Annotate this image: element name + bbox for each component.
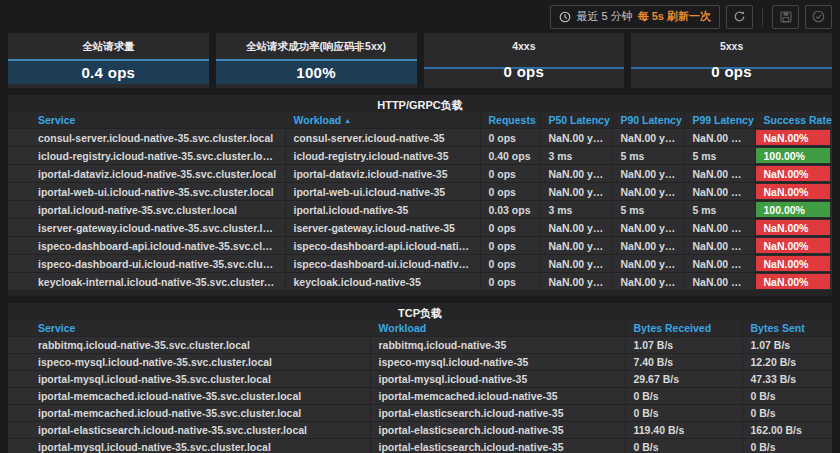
stat-sparkline: 0 ops — [631, 59, 832, 84]
http-table-row: icloud-registry.icloud-native-35.svc.clu… — [8, 147, 832, 165]
stat-sparkline: 100% — [216, 59, 417, 84]
workload-cell: ispeco-dashboard-api.icloud-native-35 — [285, 237, 480, 255]
requests-cell: 0.03 ops — [480, 201, 540, 219]
p99-latency-cell: NaN.00 year — [684, 129, 755, 147]
service-cell: rabbitmq.icloud-native-35.svc.cluster.lo… — [8, 337, 370, 354]
success-rate-badge: NaN.00% — [756, 184, 831, 199]
bytes-sent-cell: 47.33 B/s — [742, 371, 832, 388]
requests-cell: 0 ops — [480, 219, 540, 237]
workload-cell: iportal.icloud-native-35 — [285, 201, 480, 219]
success-rate-badge: NaN.00% — [756, 256, 831, 271]
p99-latency-cell: NaN.00 year — [684, 273, 755, 291]
p99-latency-cell: NaN.00 year — [684, 219, 755, 237]
p50-latency-cell: NaN.00 year — [540, 219, 612, 237]
http-col-requests[interactable]: Requests — [480, 112, 540, 129]
stat-value: 0 ops — [711, 63, 752, 80]
success-rate-badge: NaN.00% — [756, 166, 831, 181]
stat-sparkline: 0 ops — [424, 59, 625, 84]
tcp-table-row: iportal-elasticsearch.icloud-native-35.s… — [8, 422, 832, 439]
refresh-interval-label: 每 5s 刷新一次 — [638, 9, 711, 24]
tcp-table-header-row: Service Workload Bytes Received Bytes Se… — [8, 320, 832, 337]
http-col-p99[interactable]: P99 Latency — [684, 112, 755, 129]
http-col-service[interactable]: Service — [8, 112, 285, 129]
requests-cell: 0 ops — [480, 165, 540, 183]
save-icon — [780, 11, 792, 23]
stat-value: 100% — [296, 64, 336, 81]
bytes-received-cell: 119.40 B/s — [625, 422, 742, 439]
p99-latency-cell: NaN.00 year — [684, 183, 755, 201]
stat-title: 全站请求成功率(响应码非5xx) — [216, 40, 417, 54]
service-cell: iportal-mysql.icloud-native-35.svc.clust… — [8, 371, 370, 388]
refresh-button[interactable] — [726, 5, 753, 29]
success-rate-cell: NaN.00% — [755, 129, 832, 147]
bytes-sent-cell: 0 B/s — [742, 405, 832, 422]
workload-cell: iportal-elasticsearch.icloud-native-35 — [370, 405, 625, 422]
workload-cell: iportal-dataviz.icloud-native-35 — [285, 165, 480, 183]
bytes-sent-cell: 0 B/s — [742, 388, 832, 405]
service-cell: consul-server.icloud-native-35.svc.clust… — [8, 129, 285, 147]
bytes-received-cell: 1.07 B/s — [625, 337, 742, 354]
http-table-row: iportal-dataviz.icloud-native-35.svc.clu… — [8, 165, 832, 183]
success-rate-badge: NaN.00% — [756, 238, 831, 253]
p50-latency-cell: 3 ms — [540, 201, 612, 219]
success-rate-badge: 100.00% — [756, 148, 831, 163]
tcp-col-bytes-received[interactable]: Bytes Received — [625, 320, 742, 337]
p90-latency-cell: NaN.00 year — [612, 255, 684, 273]
p99-latency-cell: 5 ms — [684, 201, 755, 219]
service-cell: iportal-mysql.icloud-native-35.svc.clust… — [8, 439, 370, 453]
tcp-table-body: rabbitmq.icloud-native-35.svc.cluster.lo… — [8, 337, 832, 453]
http-col-p90[interactable]: P90 Latency — [612, 112, 684, 129]
p50-latency-cell: 3 ms — [540, 147, 612, 165]
workload-cell: rabbitmq.icloud-native-35 — [370, 337, 625, 354]
service-cell: ispeco-dashboard-api.icloud-native-35.sv… — [8, 237, 285, 255]
bytes-sent-cell: 162.00 B/s — [742, 422, 832, 439]
success-rate-cell: NaN.00% — [755, 255, 832, 273]
save-dashboard-button[interactable] — [772, 5, 799, 29]
tcp-table-title: TCP负载 — [8, 303, 832, 320]
p50-latency-cell: NaN.00 year — [540, 129, 612, 147]
p99-latency-cell: 5 ms — [684, 147, 755, 165]
tcp-col-service[interactable]: Service — [8, 320, 370, 337]
tcp-table: Service Workload Bytes Received Bytes Se… — [8, 320, 832, 453]
service-cell: iportal-dataviz.icloud-native-35.svc.clu… — [8, 165, 285, 183]
success-rate-cell: NaN.00% — [755, 219, 832, 237]
service-cell: ispeco-mysql.icloud-native-35.svc.cluste… — [8, 354, 370, 371]
p50-latency-cell: NaN.00 year — [540, 165, 612, 183]
bytes-received-cell: 0 B/s — [625, 439, 742, 453]
tcp-table-card: TCP负载 Service Workload Bytes Received By… — [8, 303, 832, 453]
stat-title: 全站请求量 — [8, 40, 209, 54]
workload-cell: icloud-registry.icloud-native-35 — [285, 147, 480, 165]
http-col-workload[interactable]: Workload▲ — [285, 112, 480, 129]
service-cell: iportal.icloud-native-35.svc.cluster.loc… — [8, 201, 285, 219]
success-rate-cell: 100.00% — [755, 147, 832, 165]
workload-cell: ispeco-mysql.icloud-native-35 — [370, 354, 625, 371]
p90-latency-cell: NaN.00 year — [612, 129, 684, 147]
p90-latency-cell: 5 ms — [612, 201, 684, 219]
p90-latency-cell: NaN.00 year — [612, 219, 684, 237]
stat-card-3: 4xxs0 ops — [424, 33, 625, 88]
tcp-col-workload[interactable]: Workload — [370, 320, 625, 337]
http-table-row: consul-server.icloud-native-35.svc.clust… — [8, 129, 832, 147]
p50-latency-cell: NaN.00 year — [540, 255, 612, 273]
http-col-p50[interactable]: P50 Latency — [540, 112, 612, 129]
http-col-success-rate[interactable]: Success Rate — [755, 112, 832, 129]
service-cell: keycloak-internal.icloud-native-35.svc.c… — [8, 273, 285, 291]
success-rate-cell: NaN.00% — [755, 237, 832, 255]
stat-sparkline: 0.4 ops — [8, 59, 209, 84]
workload-cell: iportal-web-ui.icloud-native-35 — [285, 183, 480, 201]
success-rate-badge: NaN.00% — [756, 274, 831, 289]
apply-button[interactable] — [805, 5, 832, 29]
tcp-col-bytes-sent[interactable]: Bytes Sent — [742, 320, 832, 337]
stat-title: 5xxs — [631, 40, 832, 52]
stats-row: 全站请求量0.4 ops全站请求成功率(响应码非5xx)100%4xxs0 op… — [8, 33, 832, 88]
workload-cell: iportal-elasticsearch.icloud-native-35 — [370, 422, 625, 439]
time-range-button[interactable]: 最近 5 分钟 每 5s 刷新一次 — [550, 5, 720, 29]
refresh-icon — [733, 10, 746, 23]
workload-cell: ispeco-dashboard-ui.icloud-native-35 — [285, 255, 480, 273]
tcp-table-row: iportal-mysql.icloud-native-35.svc.clust… — [8, 371, 832, 388]
stat-card-4: 5xxs0 ops — [631, 33, 832, 88]
service-cell: iportal-web-ui.icloud-native-35.svc.clus… — [8, 183, 285, 201]
bytes-received-cell: 0 B/s — [625, 388, 742, 405]
http-table-row: ispeco-dashboard-api.icloud-native-35.sv… — [8, 237, 832, 255]
service-cell: iportal-memcached.icloud-native-35.svc.c… — [8, 405, 370, 422]
